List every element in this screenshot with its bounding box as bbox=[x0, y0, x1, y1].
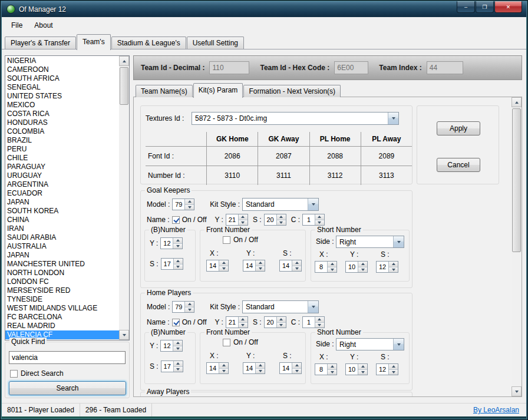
list-item[interactable]: TYNESIDE bbox=[5, 295, 119, 304]
menu-file[interactable]: File bbox=[5, 19, 28, 32]
team-list-scrollbar[interactable] bbox=[119, 56, 129, 340]
spinner-buttons[interactable] bbox=[358, 262, 367, 272]
tab-formation[interactable]: Formation - Next Version(s) bbox=[243, 85, 341, 97]
spinner-buttons[interactable] bbox=[292, 363, 301, 373]
list-item[interactable]: REAL MADRID bbox=[5, 322, 119, 330]
spinner-down-icon[interactable] bbox=[219, 368, 228, 374]
spinner-down-icon[interactable] bbox=[173, 243, 182, 249]
spinner-down-icon[interactable] bbox=[358, 267, 367, 273]
b-number-s-spinner[interactable]: 17 bbox=[161, 258, 183, 270]
direct-search-checkbox[interactable] bbox=[10, 370, 18, 378]
front-x-spinner[interactable]: 14 bbox=[206, 362, 229, 374]
name-y-spinner[interactable]: 21 bbox=[226, 214, 248, 226]
spinner-up-icon[interactable] bbox=[292, 363, 301, 368]
spinner-down-icon[interactable] bbox=[277, 220, 286, 226]
front-s-spinner[interactable]: 14 bbox=[279, 260, 302, 272]
chevron-down-icon[interactable] bbox=[308, 199, 318, 210]
list-item[interactable]: NIGERIA bbox=[5, 57, 119, 65]
chevron-down-icon[interactable] bbox=[388, 113, 398, 124]
front-on-off-checkbox[interactable] bbox=[223, 339, 230, 346]
minimize-button[interactable]: – bbox=[457, 1, 475, 13]
list-item[interactable]: PARAGUAY bbox=[5, 163, 119, 171]
spinner-buttons[interactable] bbox=[219, 363, 228, 373]
spinner-up-icon[interactable] bbox=[315, 317, 324, 322]
list-item[interactable]: JAPAN bbox=[5, 251, 119, 260]
list-item[interactable]: UNITED STATES bbox=[5, 92, 119, 101]
name-s-spinner[interactable]: 20 bbox=[264, 316, 286, 328]
spinner-buttons[interactable] bbox=[255, 363, 265, 373]
tab-players-transfer[interactable]: Player's & Transfer bbox=[5, 37, 76, 49]
short-s-spinner[interactable]: 12 bbox=[376, 363, 398, 375]
list-item[interactable]: FC BARCELONA bbox=[5, 313, 119, 322]
spinner-down-icon[interactable] bbox=[328, 369, 336, 375]
b-number-y-spinner[interactable]: 12 bbox=[160, 340, 183, 352]
front-on-off-checkbox[interactable] bbox=[223, 236, 230, 244]
spinner-up-icon[interactable] bbox=[219, 363, 228, 368]
name-c-spinner[interactable]: 1 bbox=[302, 316, 325, 328]
spinner-buttons[interactable] bbox=[358, 364, 367, 375]
tab-kits-param[interactable]: Kit(s) Param bbox=[193, 83, 243, 98]
spinner-buttons[interactable] bbox=[315, 317, 324, 328]
list-item[interactable]: ECUADOR bbox=[5, 189, 119, 198]
spinner-up-icon[interactable] bbox=[239, 317, 248, 322]
list-item[interactable]: PERU bbox=[5, 145, 119, 154]
spinner-up-icon[interactable] bbox=[315, 214, 324, 220]
list-item[interactable]: JAPAN bbox=[5, 198, 119, 207]
spinner-down-icon[interactable] bbox=[292, 266, 301, 272]
spinner-down-icon[interactable] bbox=[185, 204, 194, 210]
list-item[interactable]: CHILE bbox=[5, 154, 119, 163]
spinner-up-icon[interactable] bbox=[328, 262, 336, 267]
spinner-buttons[interactable] bbox=[276, 214, 286, 225]
list-item[interactable]: SOUTH AFRICA bbox=[5, 74, 119, 83]
apply-button[interactable]: Apply bbox=[437, 121, 480, 135]
name-s-spinner[interactable]: 20 bbox=[264, 214, 286, 226]
front-y-spinner[interactable]: 14 bbox=[243, 260, 265, 272]
list-item[interactable]: NORTH LONDON bbox=[5, 269, 119, 277]
scrollbar-thumb[interactable] bbox=[120, 67, 128, 105]
spinner-buttons[interactable] bbox=[173, 340, 182, 351]
close-button[interactable]: ✕ bbox=[494, 1, 522, 13]
kit-style-combo[interactable]: Standard bbox=[242, 198, 319, 211]
spinner-buttons[interactable] bbox=[276, 317, 286, 328]
tab-usefull-setting[interactable]: Usefull Setting bbox=[187, 37, 244, 49]
spinner-down-icon[interactable] bbox=[185, 307, 194, 313]
spinner-buttons[interactable] bbox=[173, 238, 182, 249]
spinner-buttons[interactable] bbox=[255, 260, 265, 271]
list-item[interactable]: URUGUAY bbox=[5, 171, 119, 180]
chevron-down-icon[interactable] bbox=[308, 301, 318, 313]
spinner-up-icon[interactable] bbox=[173, 340, 182, 346]
spinner-buttons[interactable] bbox=[388, 364, 398, 375]
spinner-down-icon[interactable] bbox=[292, 368, 301, 374]
list-item[interactable]: CAMEROON bbox=[5, 65, 119, 74]
list-item[interactable]: IRAN bbox=[5, 224, 119, 233]
front-y-spinner[interactable]: 14 bbox=[243, 362, 265, 374]
list-item[interactable]: HONDURAS bbox=[5, 118, 119, 127]
spinner-down-icon[interactable] bbox=[174, 264, 183, 270]
name-y-spinner[interactable]: 21 bbox=[226, 316, 248, 328]
spinner-up-icon[interactable] bbox=[256, 260, 265, 266]
spinner-up-icon[interactable] bbox=[256, 363, 265, 368]
list-item[interactable]: COLOMBIA bbox=[5, 127, 119, 136]
spinner-up-icon[interactable] bbox=[389, 364, 398, 369]
model-spinner[interactable]: 79 bbox=[172, 301, 194, 313]
spinner-down-icon[interactable] bbox=[328, 267, 336, 273]
front-x-spinner[interactable]: 14 bbox=[206, 260, 229, 272]
list-item[interactable]: AUSTRALIA bbox=[5, 242, 119, 251]
spinner-up-icon[interactable] bbox=[173, 238, 182, 243]
list-item[interactable]: SOUTH KOREA bbox=[5, 207, 119, 216]
panel-scrollbar[interactable] bbox=[512, 97, 522, 396]
b-number-s-spinner[interactable]: 17 bbox=[161, 361, 183, 372]
search-button[interactable]: Search bbox=[9, 381, 126, 395]
spinner-up-icon[interactable] bbox=[174, 259, 183, 264]
side-combo[interactable]: Right bbox=[336, 236, 404, 248]
spinner-down-icon[interactable] bbox=[219, 266, 228, 272]
b-number-y-spinner[interactable]: 12 bbox=[160, 237, 183, 249]
list-item[interactable]: SAUDI ARABIA bbox=[5, 233, 119, 242]
spinner-up-icon[interactable] bbox=[277, 214, 286, 220]
scroll-down-icon[interactable] bbox=[512, 386, 522, 396]
maximize-button[interactable]: ❐ bbox=[476, 1, 494, 13]
scroll-up-icon[interactable] bbox=[512, 97, 522, 107]
list-item[interactable]: MEXICO bbox=[5, 101, 119, 110]
spinner-down-icon[interactable] bbox=[256, 368, 265, 374]
cancel-button[interactable]: Cancel bbox=[437, 158, 480, 172]
